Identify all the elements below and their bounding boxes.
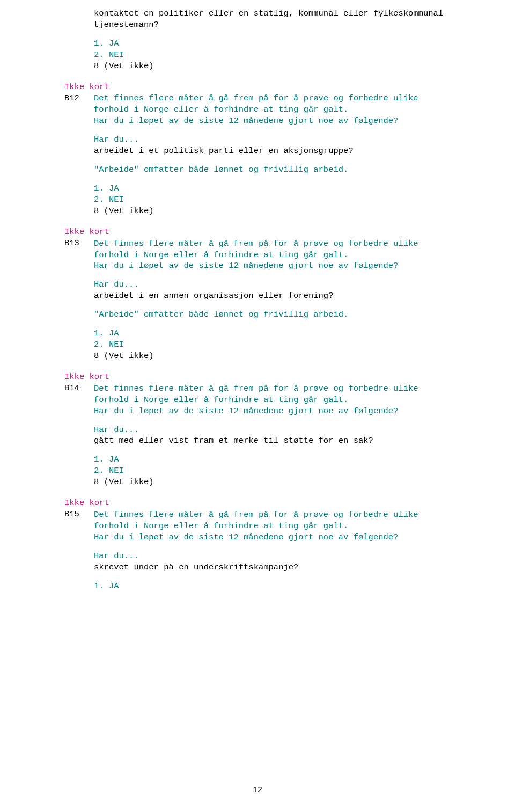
ikke-kort-label: Ikke kort <box>64 498 109 508</box>
b12-options: 1. JA 2. NEI 8 (Vet ikke) <box>64 183 467 217</box>
intro-line3: Har du i løpet av de siste 12 månedene g… <box>94 116 398 126</box>
b12-id: B12 <box>64 93 79 103</box>
intro-line3: Har du i løpet av de siste 12 månedene g… <box>94 261 398 270</box>
option-ja: 1. JA <box>94 581 119 591</box>
option-vetikke: 8 (Vet ikke) <box>94 206 154 216</box>
b15-section: Ikke kort B15 Det finnes flere måter å g… <box>64 498 467 591</box>
hardu-label: Har du... <box>94 551 139 561</box>
intro-line1: Det finnes flere måter å gå frem på for … <box>94 510 418 520</box>
document-page: kontaktet en politiker eller en statlig,… <box>0 0 515 812</box>
intro-line1: Det finnes flere måter å gå frem på for … <box>94 384 418 393</box>
b13-id: B13 <box>64 238 79 248</box>
ikke-kort-label: Ikke kort <box>64 372 109 382</box>
hardu-label: Har du... <box>94 425 139 435</box>
hardu-label: Har du... <box>94 280 139 289</box>
b12-stem: arbeidet i et politisk parti eller en ak… <box>94 146 354 156</box>
b11-options: 1. JA 2. NEI 8 (Vet ikke) <box>64 38 467 72</box>
arbeide-note: "Arbeide" omfatter både lønnet og frivil… <box>94 310 348 319</box>
page-number: 12 <box>0 785 515 796</box>
b14-id: B14 <box>64 383 79 393</box>
option-vetikke: 8 (Vet ikke) <box>94 351 154 361</box>
option-nei: 2. NEI <box>94 466 124 476</box>
b15-id: B15 <box>64 509 79 519</box>
intro-line2: forhold i Norge eller å forhindre at tin… <box>94 105 348 114</box>
intro-line1: Det finnes flere måter å gå frem på for … <box>94 93 418 103</box>
b11-question-line1: kontaktet en politiker eller en statlig,… <box>94 9 443 18</box>
option-ja: 1. JA <box>94 39 119 48</box>
intro-line3: Har du i løpet av de siste 12 månedene g… <box>94 532 398 542</box>
b14-options: 1. JA 2. NEI 8 (Vet ikke) <box>64 454 467 488</box>
ikke-kort-label: Ikke kort <box>64 227 109 237</box>
option-nei: 2. NEI <box>94 340 124 349</box>
option-ja: 1. JA <box>94 184 119 193</box>
intro-line2: forhold i Norge eller å forhindre at tin… <box>94 521 348 531</box>
option-nei: 2. NEI <box>94 50 124 60</box>
option-ja: 1. JA <box>94 328 119 338</box>
option-vetikke: 8 (Vet ikke) <box>94 477 154 487</box>
b12-section: Ikke kort B12 Det finnes flere måter å g… <box>64 82 467 217</box>
b13-stem: arbeidet i en annen organisasjon eller f… <box>94 291 333 301</box>
b14-section: Ikke kort B14 Det finnes flere måter å g… <box>64 371 467 488</box>
b15-stem: skrevet under på en underskriftskampanje… <box>94 562 298 572</box>
b11-question-block: kontaktet en politiker eller en statlig,… <box>94 8 467 31</box>
hardu-label: Har du... <box>94 135 139 144</box>
intro-line3: Har du i løpet av de siste 12 månedene g… <box>94 406 398 416</box>
ikke-kort-label: Ikke kort <box>64 82 109 92</box>
b14-stem: gått med eller vist fram et merke til st… <box>94 436 373 445</box>
intro-line2: forhold i Norge eller å forhindre at tin… <box>94 250 348 260</box>
option-nei: 2. NEI <box>94 195 124 204</box>
intro-line1: Det finnes flere måter å gå frem på for … <box>94 239 418 248</box>
option-vetikke: 8 (Vet ikke) <box>94 61 154 71</box>
arbeide-note: "Arbeide" omfatter både lønnet og frivil… <box>94 165 348 174</box>
b13-section: Ikke kort B13 Det finnes flere måter å g… <box>64 226 467 362</box>
b15-options: 1. JA <box>64 581 467 592</box>
b13-options: 1. JA 2. NEI 8 (Vet ikke) <box>64 328 467 362</box>
option-ja: 1. JA <box>94 455 119 464</box>
intro-line2: forhold i Norge eller å forhindre at tin… <box>94 395 348 405</box>
b11-question-line2: tjenestemann? <box>94 20 159 30</box>
